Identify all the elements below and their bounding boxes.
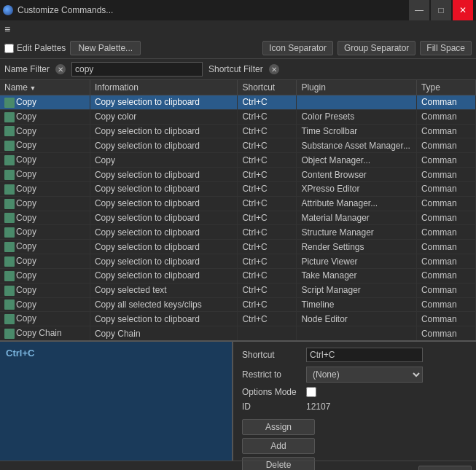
row-type: Comman [416, 225, 475, 240]
table-row[interactable]: CopyCopy selection to clipboardCtrl+CXPr… [0, 181, 476, 196]
row-info: Copy selection to clipboard [90, 196, 238, 211]
row-type: Comman [416, 268, 475, 283]
row-plugin: Color Presets [297, 109, 416, 124]
row-info: Copy selection to clipboard [90, 168, 238, 182]
row-shortcut: Ctrl+C [238, 297, 297, 312]
table-row[interactable]: CopyCopy selection to clipboardCtrl+CSub… [0, 138, 476, 153]
row-shortcut: Ctrl+C [238, 268, 297, 283]
name-filter-clear-button[interactable]: ✕ [55, 64, 66, 74]
copy-icon [4, 314, 15, 324]
row-shortcut: Ctrl+C [238, 168, 297, 182]
row-name: Copy [16, 313, 36, 324]
row-name: Copy [16, 299, 36, 310]
row-plugin [297, 326, 416, 340]
row-name: Copy [16, 184, 36, 194]
table-row[interactable]: CopyCopy selection to clipboardCtrl+CNod… [0, 312, 476, 326]
row-type: Comman [416, 181, 475, 196]
edit-palettes-checkbox-label[interactable]: Edit Palettes [4, 43, 66, 53]
row-info: Copy selection to clipboard [90, 211, 238, 225]
row-type: Comman [416, 326, 475, 340]
row-name: Copy [16, 169, 36, 179]
row-plugin: Time Scrollbar [297, 124, 416, 138]
row-shortcut: Ctrl+C [238, 181, 297, 196]
maximize-button[interactable]: □ [431, 0, 451, 20]
table-row[interactable]: CopyCopy selection to clipboardCtrl+CTim… [0, 124, 476, 138]
row-plugin: Structure Manager [297, 225, 416, 240]
fill-space-button[interactable]: Fill Space [420, 41, 472, 55]
window-controls: — □ ✕ [409, 0, 473, 20]
row-plugin: Timeline [297, 297, 416, 312]
row-plugin: Content Browser [297, 168, 416, 182]
table-row[interactable]: CopyCopy colorCtrl+CColor PresetsComman [0, 109, 476, 124]
execute-button[interactable]: Execute [418, 466, 472, 470]
copy-icon [4, 256, 15, 267]
table-row[interactable]: CopyCopy selected textCtrl+CScript Manag… [0, 283, 476, 297]
row-plugin: Substance Asset Manager... [297, 138, 416, 153]
menu-icon[interactable]: ≡ [4, 23, 10, 35]
row-shortcut: Ctrl+C [238, 240, 297, 254]
copy-icon [4, 126, 15, 136]
commands-table-container[interactable]: Name Information Shortcut Plugin Type Co… [0, 80, 476, 340]
group-separator-button[interactable]: Group Separator [338, 41, 415, 55]
table-row[interactable]: CopyCopy selection to clipboardCtrl+CStr… [0, 225, 476, 240]
id-row: ID 12107 [242, 402, 467, 412]
row-name: Copy [16, 270, 36, 281]
table-row[interactable]: CopyCopy selection to clipboardCtrl+CRen… [0, 240, 476, 254]
col-type[interactable]: Type [416, 80, 475, 95]
options-mode-checkbox[interactable] [306, 387, 316, 397]
row-info: Copy Chain [90, 326, 238, 340]
edit-palettes-checkbox[interactable] [4, 44, 14, 53]
assign-button[interactable]: Assign [242, 419, 315, 435]
row-info: Copy selection to clipboard [90, 312, 238, 326]
shortcut-input[interactable] [306, 348, 423, 362]
row-name: Copy [16, 140, 36, 150]
name-filter-input[interactable] [71, 62, 203, 77]
table-row[interactable]: CopyCopy all selected keys/clipsCtrl+CTi… [0, 297, 476, 312]
row-plugin: Take Manager [297, 268, 416, 283]
restrict-to-select[interactable]: (None) Modeling Animate Sculpt [306, 367, 423, 383]
row-info: Copy selection to clipboard [90, 254, 238, 269]
copy-icon [4, 199, 15, 209]
name-filter-label: Name Filter [4, 64, 50, 74]
row-plugin: Material Manager [297, 211, 416, 225]
row-name: Copy [16, 111, 36, 122]
table-row[interactable]: CopyCopy selection to clipboardCtrl+CMat… [0, 211, 476, 225]
table-row[interactable]: CopyCopy selection to clipboardCtrl+CTak… [0, 268, 476, 283]
row-plugin: Script Manager [297, 283, 416, 297]
row-type: Comman [416, 283, 475, 297]
copy-icon [4, 329, 15, 339]
shortcut-filter-clear-button[interactable]: ✕ [269, 64, 279, 74]
table-row[interactable]: CopyCopy selection to clipboardCtrl+CCom… [0, 95, 476, 110]
row-type: Comman [416, 196, 475, 211]
row-info: Copy selection to clipboard [90, 95, 238, 110]
shortcut-filter-label: Shortcut Filter [208, 64, 263, 74]
restrict-to-row: Restrict to (None) Modeling Animate Scul… [242, 367, 467, 383]
table-row[interactable]: CopyCopyCtrl+CObject Manager...Comman [0, 153, 476, 168]
col-shortcut[interactable]: Shortcut [238, 80, 297, 95]
row-type: Comman [416, 240, 475, 254]
minimize-button[interactable]: — [409, 0, 429, 20]
options-mode-label: Options Mode [242, 387, 300, 397]
table-row[interactable]: CopyCopy selection to clipboardCtrl+CAtt… [0, 196, 476, 211]
row-info: Copy color [90, 109, 238, 124]
icon-separator-button[interactable]: Icon Separator [262, 41, 333, 55]
add-button[interactable]: Add [242, 438, 315, 454]
row-info: Copy selection to clipboard [90, 138, 238, 153]
table-row[interactable]: Copy ChainCopy ChainComman [0, 326, 476, 340]
table-row[interactable]: CopyCopy selection to clipboardCtrl+CPic… [0, 254, 476, 269]
col-plugin[interactable]: Plugin [297, 80, 416, 95]
app-icon [3, 5, 13, 15]
new-palette-button[interactable]: New Palette... [70, 41, 141, 55]
row-type: Comman [416, 297, 475, 312]
row-type: Comman [416, 211, 475, 225]
table-row[interactable]: CopyCopy selection to clipboardCtrl+CCon… [0, 168, 476, 182]
row-info: Copy selection to clipboard [90, 181, 238, 196]
col-info[interactable]: Information [90, 80, 238, 95]
commands-table: Name Information Shortcut Plugin Type Co… [0, 80, 476, 340]
copy-icon [4, 299, 15, 310]
row-shortcut: Ctrl+C [238, 109, 297, 124]
copy-icon [4, 184, 15, 195]
shortcut-label: Shortcut [242, 350, 300, 360]
col-name[interactable]: Name [0, 80, 90, 95]
close-button[interactable]: ✕ [453, 0, 473, 20]
